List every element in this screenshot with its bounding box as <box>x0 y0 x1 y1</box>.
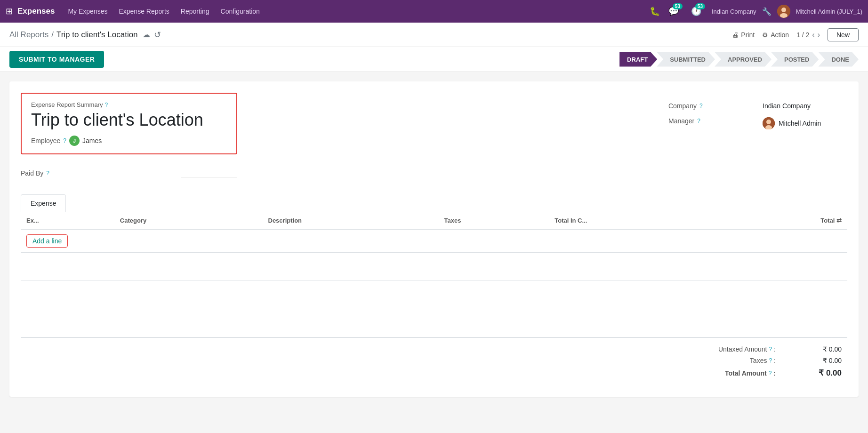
user-name: Mitchell Admin (JULY_1) <box>796 8 862 15</box>
add-line-row: Add a line <box>21 229 847 253</box>
printer-icon: 🖨 <box>732 31 739 39</box>
status-step-posted[interactable]: POSTED <box>771 52 819 67</box>
status-bar: DRAFTSUBMITTEDAPPROVEDPOSTEDDONE <box>620 52 859 67</box>
app-title: Expenses <box>17 7 55 16</box>
status-step-done[interactable]: DONE <box>818 52 859 67</box>
form-card: Expense Report Summary ? Trip to client'… <box>9 81 859 397</box>
col-header-description: Description <box>263 212 439 229</box>
employee-initial: J <box>73 138 76 144</box>
total-label: Total Amount <box>725 369 767 377</box>
breadcrumb: All Reports / Trip to client's Location <box>9 30 138 40</box>
refresh-icon[interactable]: ↺ <box>154 30 161 40</box>
col-header-taxes: Taxes <box>439 212 549 229</box>
nav-configuration[interactable]: Configuration <box>221 6 260 17</box>
manager-help-icon[interactable]: ? <box>697 118 700 124</box>
col-header-category: Category <box>114 212 263 229</box>
add-line-button[interactable]: Add a line <box>26 234 68 248</box>
total-sort-icon[interactable]: ⇄ <box>836 217 842 224</box>
total-amount-row: Total Amount ? : ₹ 0.00 <box>725 368 842 378</box>
col-header-total-in-c---: Total In C... <box>549 212 721 229</box>
expense-table: Ex...CategoryDescriptionTaxesTotal In C.… <box>21 212 847 337</box>
total-value: ₹ 0.00 <box>804 368 842 378</box>
taxes-help-icon[interactable]: ? <box>769 357 772 364</box>
untaxed-label: Untaxed Amount <box>718 345 767 353</box>
chat-badge: 53 <box>673 3 683 9</box>
pager-next[interactable]: › <box>818 31 820 39</box>
company-label: Company <box>668 102 697 110</box>
untaxed-amount-row: Untaxed Amount ? : ₹ 0.00 <box>718 345 842 353</box>
cloud-upload-icon[interactable]: ☁ <box>143 30 150 39</box>
breadcrumb-bar: All Reports / Trip to client's Location … <box>0 23 868 47</box>
col-header-total: Total ⇄ <box>721 212 847 229</box>
untaxed-value: ₹ 0.00 <box>804 345 842 353</box>
pager-prev[interactable]: ‹ <box>812 31 814 39</box>
right-fields: Company ? Indian Company Manager ? <box>668 102 847 135</box>
submit-to-manager-button[interactable]: SUBMIT TO MANAGER <box>9 51 104 68</box>
activity-badge: 53 <box>695 3 705 9</box>
summary-help-icon[interactable]: ? <box>104 102 108 108</box>
spacer-row-3 <box>21 309 847 337</box>
chat-button[interactable]: 💬 53 <box>668 6 679 16</box>
gear-icon: ⚙ <box>762 31 768 39</box>
employee-avatar: J <box>69 136 80 146</box>
status-step-draft[interactable]: DRAFT <box>619 52 657 67</box>
pager-text: 1 / 2 <box>796 31 809 39</box>
spacer-row-1 <box>21 253 847 281</box>
paid-by-label: Paid By <box>21 169 43 177</box>
new-button[interactable]: New <box>828 28 859 41</box>
employee-help-icon[interactable]: ? <box>63 137 66 144</box>
action-button[interactable]: ⚙ Action <box>762 31 789 39</box>
pager: 1 / 2 ‹ › <box>796 31 820 39</box>
taxes-value: ₹ 0.00 <box>804 357 842 364</box>
taxes-label: Taxes <box>750 357 767 364</box>
company-value[interactable]: Indian Company <box>763 102 811 110</box>
spacer-row-2 <box>21 281 847 309</box>
action-bar: SUBMIT TO MANAGER DRAFTSUBMITTEDAPPROVED… <box>0 47 868 72</box>
paid-by-value[interactable] <box>181 169 237 177</box>
paid-by-help-icon[interactable]: ? <box>46 170 49 176</box>
topnav: ⊞ Expenses My Expenses Expense Reports R… <box>0 0 868 23</box>
status-step-approved[interactable]: APPROVED <box>715 52 772 67</box>
col-header-ex---: Ex... <box>21 212 114 229</box>
summary-box: Expense Report Summary ? Trip to client'… <box>21 93 237 154</box>
company-help-icon[interactable]: ? <box>699 103 703 109</box>
manager-label: Manager <box>668 117 694 125</box>
svg-point-4 <box>766 120 771 124</box>
totals-section: Untaxed Amount ? : ₹ 0.00 Taxes ? : ₹ 0.… <box>21 337 847 385</box>
nav-my-expenses[interactable]: My Expenses <box>68 6 107 17</box>
nav-expense-reports[interactable]: Expense Reports <box>119 6 169 17</box>
employee-label: Employee <box>31 137 60 144</box>
total-help-icon[interactable]: ? <box>769 370 772 377</box>
breadcrumb-current: Trip to client's Location <box>56 30 138 40</box>
summary-label-text: Expense Report Summary <box>31 101 103 108</box>
nav-reporting[interactable]: Reporting <box>181 6 209 17</box>
main-content: Expense Report Summary ? Trip to client'… <box>0 72 868 406</box>
manager-value[interactable]: Mitchell Admin <box>779 120 821 127</box>
settings-icon[interactable]: 🔧 <box>762 7 772 16</box>
grid-icon[interactable]: ⊞ <box>6 6 13 16</box>
breadcrumb-separator: / <box>51 30 54 40</box>
print-label: Print <box>741 31 755 39</box>
manager-avatar <box>763 117 775 129</box>
employee-name[interactable]: James <box>82 137 102 144</box>
action-label: Action <box>771 31 789 39</box>
print-button[interactable]: 🖨 Print <box>732 31 755 39</box>
bug-button[interactable]: 🐛 <box>650 6 660 16</box>
untaxed-help-icon[interactable]: ? <box>769 346 772 353</box>
svg-point-2 <box>780 13 788 18</box>
tab-expense[interactable]: Expense <box>21 194 66 212</box>
svg-point-1 <box>781 8 786 12</box>
activity-button[interactable]: 🕐 53 <box>691 6 701 16</box>
summary-title[interactable]: Trip to client's Location <box>31 110 227 130</box>
breadcrumb-parent[interactable]: All Reports <box>9 30 48 40</box>
tabs: Expense <box>21 194 847 212</box>
taxes-row: Taxes ? : ₹ 0.00 <box>750 357 842 364</box>
company-name: Indian Company <box>712 8 756 15</box>
user-avatar[interactable] <box>777 5 790 18</box>
status-step-submitted[interactable]: SUBMITTED <box>657 52 715 67</box>
